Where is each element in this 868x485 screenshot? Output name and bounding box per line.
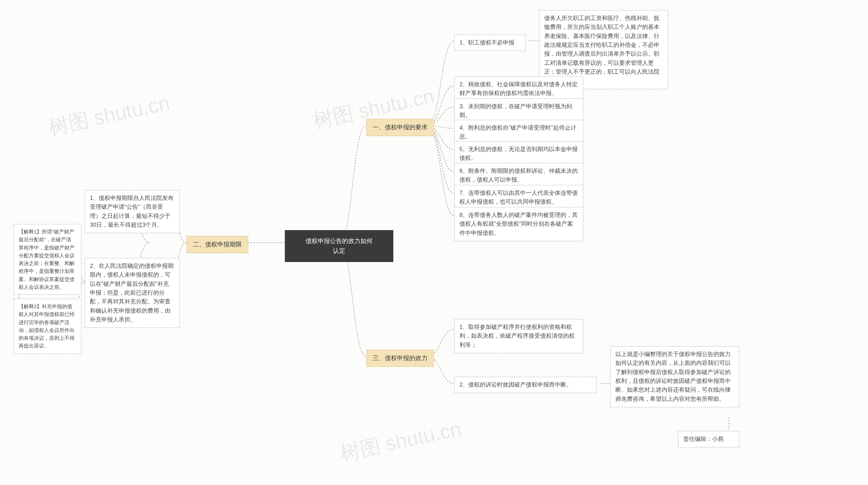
s2-item-1[interactable]: 1、债权申报期限自人民法院发布受理破产申请"公告"（而非受理）之日起计算，最短不… — [85, 190, 180, 233]
s2-i2-explanation-1[interactable]: 【解释1】所谓"破产财产最后分配前"，在破产清算程序中，是指破产财产分配方案提交… — [14, 224, 81, 295]
s1-item-2[interactable]: 2、税收债权、社会保障债权以及对债务人特定财产享有担保权的债权均需依法申报。 — [454, 76, 583, 102]
s1-item-6[interactable]: 6、附条件、附期限的债权和诉讼、仲裁未决的债权，债权人可以申报。 — [454, 163, 583, 188]
s3-item-1[interactable]: 1、取得参加破产程序并行使权利的资格和权利，如表决权，依破产程序接受债权清偿的权… — [454, 319, 583, 353]
section-3[interactable]: 三、债权申报的效力 — [366, 350, 434, 367]
watermark: 树图 shutu.cn — [338, 415, 464, 468]
editor-credit: 责任编辑：小易 — [678, 431, 739, 447]
s1-item-1[interactable]: 1、职工债权不必申报 — [454, 35, 526, 51]
mindmap-root[interactable]: 债权申报公告的效力如何 认定 — [285, 230, 393, 262]
root-line1: 债权申报公告的效力如何 — [294, 236, 384, 246]
connector-lines — [0, 0, 868, 485]
s1-item-8[interactable]: 8、连带债务人数人的破产案件均被受理的，其债权人有权就"全部债权"同时分别在各破… — [454, 207, 583, 241]
s2-i2-explanation-2[interactable]: 【解释2】补充申报的债权人对其申报债权前已经进行完毕的各项破产活动，如债权人会议… — [14, 299, 81, 354]
watermark: 树图 shutu.cn — [46, 89, 172, 142]
section-2[interactable]: 二、债权申报期限 — [186, 236, 248, 253]
s3-item-2[interactable]: 2、债权的诉讼时效因破产债权申报而中断。 — [454, 377, 597, 393]
root-line2: 认定 — [294, 246, 384, 256]
s3-item-2-detail[interactable]: 以上就是小编整理的关于债权申报公告的效力如何认定的有关内容，从上面的内容我们可以… — [610, 346, 739, 407]
s1-item-7[interactable]: 7、连带债权人可以由其中一人代表全体连带债权人申报债权，也可以共同申报债权。 — [454, 185, 583, 210]
s2-item-2[interactable]: 2、在人民法院确定的债权申报期限内，债权人未申报债权的，可以在"破产财产最后分配… — [85, 258, 180, 328]
connector-lines-final — [0, 0, 868, 485]
section-1[interactable]: 一、债权申报的要求 — [366, 119, 434, 136]
